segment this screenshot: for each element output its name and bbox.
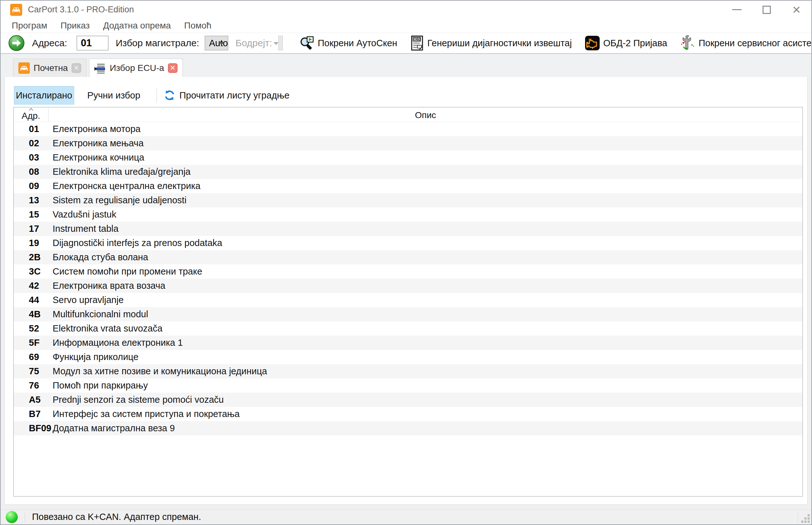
read-installation-list-button[interactable]: Прочитати листу уградње — [164, 86, 290, 105]
table-row[interactable]: 76Помоћ при паркирању — [14, 378, 802, 393]
column-header-description[interactable]: Опис — [48, 107, 802, 122]
menu-help[interactable]: Помоћ — [177, 20, 218, 31]
column-header-address-label: Адр. — [21, 111, 40, 121]
table-row[interactable]: BF09Додатна магистрална веза 9 — [14, 421, 802, 435]
ecu-address: 42 — [14, 281, 48, 291]
tab-ecu-selection[interactable]: Избор ECU-a ✕ — [89, 59, 183, 77]
window-controls: ✕ — [722, 1, 811, 19]
menu-accessories[interactable]: Додатна опрема — [96, 20, 177, 31]
tabstrip: Почетна ✕ Избор ECU-a ✕ — [1, 54, 811, 77]
ecu-description: Servo upravljanje — [48, 295, 124, 305]
maximize-icon — [763, 6, 771, 14]
window-title: CarPort 3.1.0 - PRO-Edition — [28, 5, 134, 15]
address-label: Адреса: — [32, 38, 67, 48]
tab-home-label: Почетна — [33, 63, 68, 73]
chevron-down-icon — [274, 42, 279, 45]
table-row[interactable]: 03Електроника кочница — [14, 150, 802, 165]
autoscan-button[interactable]: Покрени АутоСкен — [298, 33, 399, 52]
ecu-description: Функција приколице — [48, 352, 139, 362]
service-assistant-icon — [680, 35, 695, 51]
subtab-installed[interactable]: Инсталирано — [14, 86, 74, 105]
ecu-address: B7 — [14, 409, 48, 419]
table-row[interactable]: 15Vazdušni jastuk — [14, 207, 802, 222]
ecu-description: Elektronika vrata suvozača — [48, 323, 163, 334]
ecu-description: Електроника кочница — [48, 152, 144, 163]
ecu-address: 44 — [14, 295, 48, 305]
maximize-button[interactable] — [752, 1, 782, 19]
ecu-description: Информациона електроника 1 — [48, 338, 183, 348]
table-row[interactable]: 42Електроника врата возача — [14, 279, 802, 293]
ecu-address: 4B — [14, 309, 48, 319]
obd2-login-button[interactable]: ОБД-2 Пријава — [583, 33, 669, 52]
table-row[interactable]: 44Servo upravljanje — [14, 293, 802, 307]
table-row[interactable]: A5Prednji senzori za sisteme pomoći voza… — [14, 393, 802, 407]
ecu-description: Електронска централна електрика — [48, 181, 200, 191]
table-row[interactable]: 2BБлокада стуба волана — [14, 250, 802, 265]
table-row[interactable]: 01Електроника мотора — [14, 122, 802, 136]
ecu-description: Prednji senzori za sisteme pomoći vozaču — [48, 394, 224, 405]
address-input[interactable] — [77, 36, 108, 50]
service-assistant-button[interactable]: Покрени сервисног асистента — [679, 33, 812, 52]
table-row[interactable]: 17Instrument tabla — [14, 222, 802, 236]
ecu-address: 15 — [14, 209, 48, 220]
resize-grip-icon[interactable] — [801, 514, 810, 523]
table-row[interactable]: 4BMultifunkcionalni modul — [14, 307, 802, 321]
table-row[interactable]: B7Интерфејс за систем приступа и покрета… — [14, 407, 802, 421]
menu-program[interactable]: Програм — [5, 20, 54, 31]
close-icon: ✕ — [792, 4, 801, 15]
tab-ecu-selection-label: Избор ECU-a — [110, 63, 164, 73]
table-row[interactable]: 52Elektronika vrata suvozača — [14, 321, 802, 336]
column-header-address[interactable]: Адр. — [14, 107, 48, 122]
menubar: Програм Приказ Додатна опрема Помоћ — [1, 19, 811, 33]
ecu-address: A5 — [14, 394, 48, 405]
ecu-description: Електроника врата возача — [48, 281, 165, 291]
chevron-down-icon — [219, 42, 224, 45]
ecu-address: 75 — [14, 366, 48, 376]
table-row[interactable]: 19Dijagnostički interfejs za prenos poda… — [14, 236, 802, 250]
table-row[interactable]: 08Elektronika klima uređaja/grejanja — [14, 165, 802, 179]
minimize-icon — [732, 9, 742, 10]
ecu-description: Multifunkcionalni modul — [48, 309, 148, 319]
close-button[interactable]: ✕ — [782, 1, 811, 19]
table-body: 01Електроника мотора02Електроника мењача… — [14, 122, 802, 496]
diagnostic-report-button[interactable]: OBD Генериши дијагностички извештај — [409, 33, 574, 52]
table-row[interactable]: 75Модул за хитне позиве и комуникациона … — [14, 364, 802, 378]
subtab-row: Инсталирано Ручни избор Прочитати листу … — [5, 86, 807, 105]
bus-select[interactable]: Auto — [205, 36, 228, 50]
bus-select-label: Избор магистрале: — [116, 38, 199, 48]
ecu-description: Додатна магистрална веза 9 — [48, 423, 175, 434]
connection-status-text: Повезано са K+CAN. Адаптер спреман. — [32, 512, 201, 522]
table-row[interactable]: 09Електронска централна електрика — [14, 179, 802, 193]
table-row[interactable]: 3CСистем помоћи при промени траке — [14, 265, 802, 279]
ecu-address: 2B — [14, 252, 48, 262]
tab-home-close-icon[interactable]: ✕ — [72, 63, 81, 73]
ecu-address: BF09 — [14, 423, 48, 434]
ecu-address: 69 — [14, 352, 48, 362]
baudrate-label: Бодрејт: — [235, 38, 272, 48]
subtab-manual[interactable]: Ручни избор — [74, 86, 154, 105]
ecu-address: 02 — [14, 138, 48, 149]
bus-select-value: Auto — [209, 38, 228, 48]
table-row[interactable]: 13Sistem za regulisanje udaljenosti — [14, 193, 802, 207]
autoscan-label: Покрени АутоСкен — [318, 38, 397, 48]
autoscan-icon — [300, 36, 314, 50]
tab-home[interactable]: Почетна ✕ — [13, 59, 87, 77]
table-row[interactable]: 02Електроника мењача — [14, 136, 802, 150]
table-row[interactable]: 69Функција приколице — [14, 350, 802, 364]
menu-view[interactable]: Приказ — [54, 20, 96, 31]
ecu-address: 01 — [14, 124, 48, 134]
go-button[interactable] — [8, 35, 25, 51]
tab-ecu-close-icon[interactable]: ✕ — [168, 63, 177, 73]
minimize-button[interactable] — [722, 1, 752, 19]
statusbar: Повезано са K+CAN. Адаптер спреман. — [1, 509, 811, 524]
table-row[interactable]: 5FИнформациона електроника 1 — [14, 336, 802, 350]
sort-ascending-icon — [29, 108, 33, 111]
subtab-divider — [157, 88, 157, 103]
refresh-icon — [164, 90, 175, 101]
ecu-address: 3C — [14, 266, 48, 277]
ecu-address: 5F — [14, 338, 48, 348]
ecu-address: 09 — [14, 181, 48, 191]
ecu-address: 17 — [14, 224, 48, 234]
check-engine-icon — [585, 36, 600, 50]
obd-report-icon: OBD — [411, 35, 424, 51]
